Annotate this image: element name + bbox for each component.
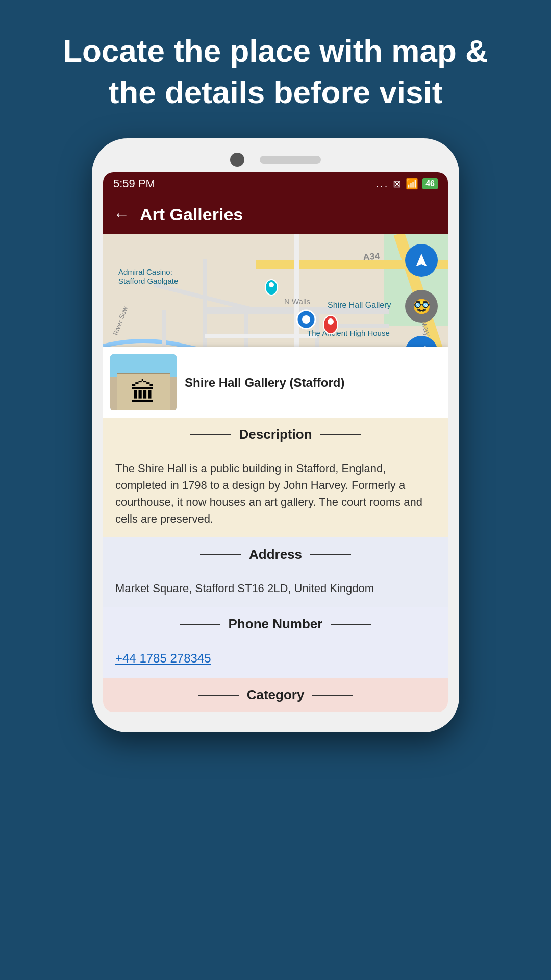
svg-text:N Walls: N Walls <box>284 297 310 306</box>
phone-section: Phone Number +44 1785 278345 <box>103 607 448 678</box>
svg-point-22 <box>302 315 310 324</box>
back-button[interactable]: ← <box>113 205 130 224</box>
navigate-button[interactable] <box>405 244 438 277</box>
place-thumbnail <box>110 354 177 410</box>
address-body: Market Square, Stafford ST16 2LD, United… <box>103 572 448 607</box>
wifi-icon: 📶 <box>406 178 418 190</box>
phone-camera <box>230 153 244 167</box>
section-line-left <box>180 624 220 625</box>
place-name: Shire Hall Gallery (Stafford) <box>185 375 344 390</box>
phone-body: +44 1785 278345 <box>103 641 448 678</box>
svg-text:Admiral Casino:: Admiral Casino: <box>118 267 172 276</box>
category-header: Category <box>103 678 448 712</box>
phone-header: Phone Number <box>103 607 448 641</box>
svg-point-36 <box>269 282 274 287</box>
svg-text:Shire Hall Gallery: Shire Hall Gallery <box>328 301 391 309</box>
description-title: Description <box>239 427 312 443</box>
section-line-right <box>310 554 351 555</box>
svg-text:A34: A34 <box>363 251 381 262</box>
battery-icon: 46 <box>422 178 438 189</box>
description-body: The Shire Hall is a public building in S… <box>103 452 448 537</box>
category-section: Category <box>103 678 448 712</box>
status-dots: ... <box>376 178 389 190</box>
phone-top <box>103 153 448 167</box>
address-section: Address Market Square, Stafford ST16 2LD… <box>103 537 448 607</box>
svg-text:Stafford Gaolgate: Stafford Gaolgate <box>118 277 178 285</box>
svg-text:River Sow: River Sow <box>112 305 130 336</box>
section-line-right <box>312 695 353 696</box>
building-image <box>110 354 177 410</box>
svg-text:The Ancient High House: The Ancient High House <box>307 329 390 337</box>
phone-frame: 5:59 PM ... ⊠ 📶 46 ← Art Galleries <box>92 138 459 732</box>
phone-link[interactable]: +44 1785 278345 <box>115 651 211 665</box>
svg-point-24 <box>328 318 334 325</box>
section-line-left <box>198 695 239 696</box>
status-time: 5:59 PM <box>113 177 155 190</box>
info-button[interactable]: 🥸 <box>405 290 438 323</box>
app-title: Art Galleries <box>140 205 243 225</box>
address-title: Address <box>249 547 302 562</box>
signal-icon: ⊠ <box>393 178 402 190</box>
address-header: Address <box>103 537 448 572</box>
status-bar: 5:59 PM ... ⊠ 📶 46 <box>103 172 448 195</box>
map-area[interactable]: A34 Queensway N Walls River Sow Admiral … <box>103 234 448 418</box>
description-section: Description The Shire Hall is a public b… <box>103 418 448 537</box>
app-bar: ← Art Galleries <box>103 195 448 234</box>
phone-title: Phone Number <box>229 616 323 632</box>
status-icons: ... ⊠ 📶 46 <box>376 178 438 190</box>
page-headline: Locate the place with map & the details … <box>0 0 551 138</box>
section-line-right <box>320 434 361 435</box>
section-line-left <box>200 554 241 555</box>
description-header: Description <box>103 418 448 452</box>
section-line-right <box>331 624 371 625</box>
phone-speaker <box>260 156 321 164</box>
category-title: Category <box>247 687 305 703</box>
section-line-left <box>190 434 231 435</box>
place-card: Shire Hall Gallery (Stafford) <box>103 347 448 418</box>
phone-screen: 5:59 PM ... ⊠ 📶 46 ← Art Galleries <box>103 172 448 712</box>
